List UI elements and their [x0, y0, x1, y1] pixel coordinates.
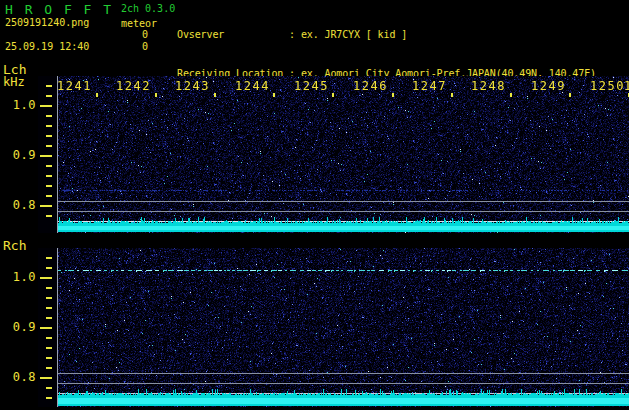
time-label: 1249 [531, 80, 566, 93]
observer-line: Ovserver : ex. JR7CYX [ kid ] [177, 28, 629, 41]
lch-freq-label: 0.8 [0, 198, 36, 212]
time-label: 1243 [175, 80, 210, 93]
lch-axis-unit: kHz [3, 75, 25, 89]
rch-freq-label: 1.0 [0, 270, 36, 284]
hrofft-screen: H R O F F T 2ch 0.3.0 2509191240.png met… [0, 0, 629, 410]
rch-freq-label: 0.9 [0, 320, 36, 334]
time-label: 1242 [116, 80, 151, 93]
time-label: 1247 [412, 80, 447, 93]
time-label: 1248 [471, 80, 506, 93]
time-label: 1250 [590, 80, 625, 93]
lch-freq-label: 1.0 [0, 98, 36, 112]
rch-axis-label: Rch [3, 238, 26, 253]
time-label: 1245 [294, 80, 329, 93]
rch-echo-count: 0 [100, 41, 148, 52]
lch-spectrogram [38, 76, 629, 233]
app-version: 2ch 0.3.0 [121, 3, 175, 14]
rch-freq-label: 0.8 [0, 370, 36, 384]
mode-label: meteor [121, 18, 157, 29]
rch-spectrogram [38, 248, 629, 407]
lch-echo-count: 0 [100, 29, 148, 40]
datetime-label: 25.09.19 12:40 [5, 41, 89, 52]
time-label: 1246 [353, 80, 388, 93]
time-label: 1244 [235, 80, 270, 93]
time-label-partial: 10 [624, 80, 629, 93]
time-label: 1241 [57, 80, 92, 93]
output-filename: 2509191240.png [5, 17, 89, 28]
lch-freq-label: 0.9 [0, 148, 36, 162]
app-title: H R O F F T [5, 2, 113, 17]
